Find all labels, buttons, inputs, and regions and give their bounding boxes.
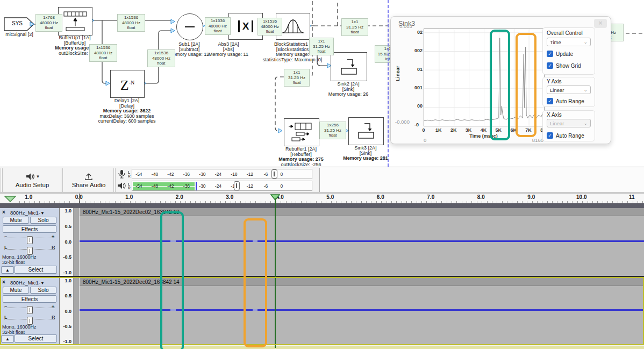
bufferup-icon (61, 10, 90, 33)
effects-button[interactable]: Effects (3, 225, 56, 233)
speaker-icon (25, 173, 35, 181)
collapse-track-button[interactable]: ▲ (1, 266, 14, 274)
track-2-control-panel: × 800Hz_Mic1-▼ Mute Solo Effects − + L R (0, 278, 60, 345)
x-auto-range-checkbox[interactable]: ✓Auto Range (547, 132, 584, 139)
y-tick-labels: 020020100100 (405, 30, 423, 109)
audio-clip[interactable]: 800Hz_Mic1-15_2022Dec02_163842 14 (79, 278, 644, 345)
waveform-pulse (253, 240, 257, 242)
check-icon: ✓ (547, 51, 553, 57)
toolbar-grip[interactable] (1, 168, 4, 192)
mute-button[interactable]: Mute (3, 217, 29, 224)
sys-block-label[interactable]: SYS (6, 20, 28, 26)
block-sink2[interactable] (331, 52, 367, 81)
block-bufferup1[interactable] (58, 7, 92, 35)
block-delay1[interactable]: Z-N (110, 70, 145, 98)
audacity-section: ▾ Audio Setup Share Audio LR -54-48-42-3… (0, 167, 644, 349)
y-min-readout: -0.000 (395, 119, 410, 125)
signal-label: 1x153648000 Hzfloat (117, 14, 145, 32)
signal-label: 1x25631.25 Hzfloat (319, 122, 346, 139)
signal-label: 1x76848000 Hzfloat (35, 14, 62, 32)
model-boundary-divider (388, 0, 389, 167)
select-button[interactable]: Select (15, 334, 57, 343)
close-track-icon[interactable]: × (2, 279, 5, 285)
mute-button[interactable]: Mute (3, 287, 29, 294)
block-rebuffer1[interactable] (284, 118, 319, 146)
select-button[interactable]: Select (15, 266, 57, 274)
overall-control-heading: Overall Control (547, 30, 583, 36)
track-format-info: Mono, 16000Hz32-bit float (2, 324, 37, 335)
track-separator[interactable] (0, 276, 644, 277)
y-scale-dropdown[interactable]: Linear⌄ (547, 86, 591, 94)
signal-label: 1x153648000 Hzfloat (147, 49, 175, 67)
toolbar-grip[interactable] (113, 168, 117, 192)
recording-meter[interactable]: LR -54-48-42-36-30-24-18-12-60 (117, 168, 312, 180)
timeline-labels: 1.00.01.02.03.04.05.06.07.08.09.010.011 (4, 194, 644, 200)
rebuffer-icon (287, 121, 316, 144)
pan-slider-thumb[interactable] (27, 317, 33, 325)
track-name[interactable]: 800Hz_Mic1-▼ (10, 210, 45, 216)
check-icon: ✓ (547, 62, 553, 69)
sink-icon (353, 121, 379, 141)
show-grid-checkbox[interactable]: ✓Show Grid (547, 62, 581, 69)
waveform-pulse (253, 309, 257, 311)
audio-setup-button[interactable]: ▾ Audio Setup (5, 168, 59, 192)
scrub-bar[interactable] (0, 203, 644, 208)
y-max-readout: 0.003 (399, 23, 412, 29)
track-1-control-panel: × 800Hz_Mic1-▼ Mute Solo Effects − + L R (0, 208, 60, 276)
update-checkbox[interactable]: ✓Update (547, 51, 573, 57)
plot-area[interactable] (424, 29, 545, 126)
close-track-icon[interactable]: × (2, 209, 5, 215)
close-icon[interactable]: × (594, 19, 607, 28)
track-1-vertical-ruler[interactable]: 1.00.50.0-0.5-1.0 (60, 208, 74, 276)
waveform-zero-line (80, 240, 644, 242)
solo-button[interactable]: Solo (30, 287, 56, 294)
track-2-vertical-ruler[interactable]: 1.00.50.0-0.5-1.0 (60, 278, 74, 345)
recording-volume-slider[interactable] (271, 169, 277, 179)
collapse-track-button[interactable]: ▲ (1, 335, 14, 343)
x-axis-group: X Axis Linear⌄ ✓Auto Range (542, 110, 595, 141)
gain-slider-thumb[interactable] (27, 306, 33, 314)
chevron-down-icon: ⌄ (583, 120, 588, 126)
x-axis-heading: X Axis (547, 112, 562, 118)
share-icon (84, 172, 93, 181)
y-axis-name: Linear (395, 66, 400, 81)
microphone-icon (117, 169, 126, 179)
track-1-waveform-area[interactable]: 800Hz_Mic1-15_2022Dec02_163842 13 (74, 208, 644, 276)
histogram-icon (281, 18, 305, 35)
waveform-zero-line (80, 309, 644, 311)
playback-meter[interactable]: LR -54-48-42-36-30-24-18-12-60 (117, 180, 312, 191)
playback-meter-bar[interactable]: -54-48-42-36-30-24-18-12-60 (132, 181, 312, 191)
waveform-pulse (170, 309, 176, 311)
y-axis-group: Y Axis Linear⌄ ✓Auto Range (542, 77, 595, 107)
playback-volume-slider[interactable] (234, 181, 240, 190)
signal-label: 1x131.25 Hzfloat (309, 38, 334, 55)
effects-button[interactable]: Effects (3, 295, 56, 303)
pan-slider-thumb[interactable] (27, 247, 33, 255)
x-tick-labels: 01K2K3K4K5K6K7K8K (416, 127, 552, 133)
time-dropdown[interactable]: Time⌄ (547, 38, 591, 46)
toolbar-grip[interactable] (61, 168, 64, 192)
track-menu-icon[interactable]: ▼ (40, 211, 45, 216)
timeline-ruler[interactable]: 1.00.01.02.03.04.05.06.07.08.09.010.011 (0, 193, 644, 204)
audio-clip[interactable]: 800Hz_Mic1-15_2022Dec02_163842 13 (79, 208, 644, 276)
minus-icon (185, 26, 195, 28)
check-icon: ✓ (547, 98, 553, 104)
recording-meter-bar[interactable]: -54-48-42-36-30-24-18-12-60 (132, 169, 312, 179)
solo-button[interactable]: Solo (30, 217, 56, 224)
block-sink3[interactable] (348, 117, 384, 145)
track-2-waveform-area[interactable]: 800Hz_Mic1-15_2022Dec02_163842 14 (74, 278, 644, 345)
track-format-info: Mono, 16000Hz32-bit float (2, 254, 37, 265)
x-min-readout: 0 (424, 137, 426, 143)
x-scale-dropdown[interactable]: Linear⌄ (547, 119, 591, 127)
gain-slider-thumb[interactable] (27, 236, 33, 244)
block-sub1[interactable] (176, 13, 203, 40)
share-audio-button[interactable]: Share Audio (66, 168, 112, 192)
track-name[interactable]: 800Hz_Mic1-▼ (10, 280, 45, 286)
overall-control-group: Overall Control Time⌄ ✓Update ✓Show Grid (542, 27, 595, 75)
clip-title[interactable]: 800Hz_Mic1-15_2022Dec02_163842 14 (80, 278, 644, 286)
sink3-window: Sink3 × 0.003 -0.000 Linear 020020100100… (390, 16, 611, 144)
y-auto-range-checkbox[interactable]: ✓Auto Range (547, 98, 584, 104)
signal-label: 1x153648000 Hzfloat (89, 44, 117, 62)
screen: SYS micSignal [2] BufferUp1 [1A] [Buffer… (0, 0, 644, 349)
clip-title[interactable]: 800Hz_Mic1-15_2022Dec02_163842 13 (80, 208, 644, 216)
